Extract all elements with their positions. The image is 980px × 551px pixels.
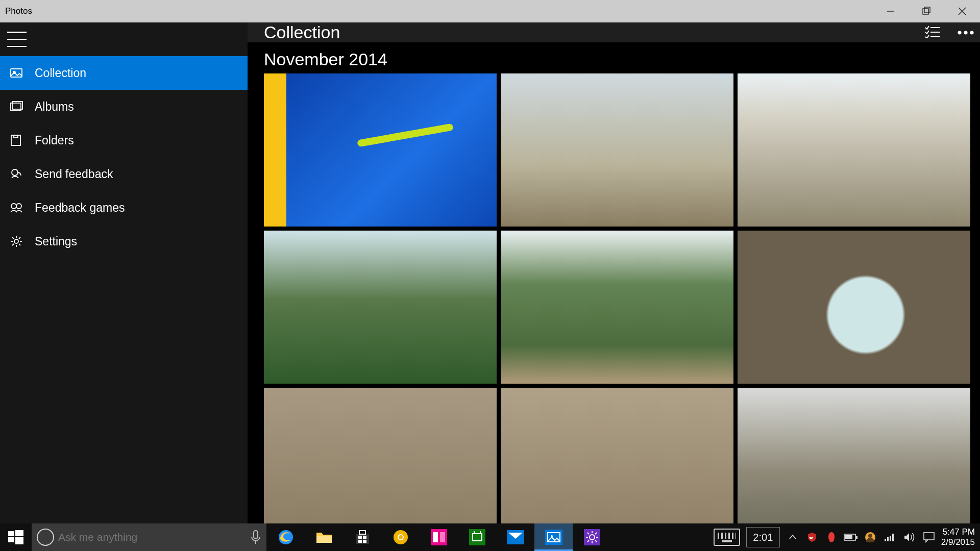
taskbar-app-xbox[interactable] [458,523,496,551]
taskbar-app-chrome-canary[interactable] [381,523,420,551]
svg-rect-51 [845,535,852,539]
microphone-icon[interactable] [250,530,261,545]
hamburger-row [0,22,248,56]
svg-rect-23 [8,537,14,542]
clock-date: 2/9/2015 [941,537,975,547]
sidebar: Collection Albums Folders Send feedback … [0,22,248,523]
svg-rect-10 [14,135,18,138]
xbox-icon [469,529,486,546]
folders-icon [9,133,23,147]
svg-point-13 [16,204,21,209]
svg-rect-50 [856,536,857,539]
svg-rect-58 [924,533,934,540]
sidebar-item-label: Settings [35,235,77,248]
main-pane: Collection November 2014 [248,22,980,523]
photo-thumbnail[interactable] [501,388,733,541]
taskbar-app-mail[interactable] [496,523,534,551]
sidebar-item-label: Feedback games [35,201,125,215]
edge-icon [277,529,295,546]
taskbar-app-settings[interactable] [573,523,611,551]
photos-icon [545,529,562,546]
taskbar-app-photos[interactable] [534,523,573,551]
sidebar-item-collection[interactable]: Collection [0,56,248,90]
svg-point-37 [399,535,403,539]
clock-time: 5:47 PM [941,527,975,537]
settings-app-icon [583,529,601,546]
taskbar-clock[interactable]: 5:47 PM 2/9/2015 [939,527,980,547]
photo-thumbnail[interactable] [264,388,497,541]
svg-rect-9 [11,135,20,145]
sidebar-item-label: Send feedback [35,167,113,181]
taskbar-pins [266,523,611,551]
cortana-search[interactable] [32,523,266,551]
close-button[interactable] [944,0,980,22]
svg-point-20 [970,31,973,34]
minimize-button[interactable] [873,0,909,22]
taskbar-app-pink[interactable] [420,523,458,551]
albums-icon [9,99,23,114]
svg-rect-28 [316,536,332,543]
select-mode-icon[interactable] [924,25,940,40]
system-tray: 2:01 5:47 PM 2/9/2015 [710,523,980,551]
photo-thumbnail[interactable] [738,388,970,541]
content-header: Collection [248,22,980,42]
photo-thumbnail[interactable] [501,231,733,384]
action-center-icon[interactable] [919,523,939,551]
group-title[interactable]: November 2014 [248,42,980,73]
photo-thumbnail[interactable] [738,73,970,227]
svg-rect-5 [11,69,22,77]
header-actions [924,25,974,40]
on-screen-keyboard-icon[interactable] [714,529,740,546]
security-icon[interactable] [802,523,822,551]
svg-rect-55 [887,537,889,541]
taskbar-app-store[interactable] [343,523,381,551]
sidebar-item-label: Albums [35,100,74,114]
sidebar-item-label: Folders [35,134,74,147]
battery-icon[interactable] [841,523,861,551]
network-icon[interactable] [880,523,899,551]
sidebar-item-settings[interactable]: Settings [0,224,248,258]
svg-rect-30 [359,531,365,534]
collection-icon [9,66,23,80]
svg-rect-21 [8,531,14,536]
photo-thumbnail[interactable] [264,73,497,227]
svg-rect-25 [254,531,258,539]
tray-overflow-icon[interactable] [783,523,802,551]
svg-point-14 [14,239,18,243]
svg-rect-31 [358,536,362,539]
photo-thumbnail[interactable] [738,231,970,384]
window-controls [873,0,980,22]
sidebar-item-folders[interactable]: Folders [0,123,248,157]
taskbar-app-file-explorer[interactable] [305,523,343,551]
tray-user-icon[interactable] [861,523,880,551]
svg-rect-56 [890,536,891,541]
svg-point-53 [868,534,872,538]
svg-rect-1 [923,9,928,14]
sidebar-item-label: Collection [35,66,86,80]
svg-point-12 [11,204,16,209]
photo-thumbnail[interactable] [501,73,733,227]
sidebar-item-send-feedback[interactable]: Send feedback [0,157,248,191]
feedback-games-icon [9,201,23,215]
tray-timer[interactable]: 2:01 [746,527,780,547]
svg-rect-54 [885,539,886,541]
sidebar-item-feedback-games[interactable]: Feedback games [0,191,248,224]
feedback-icon [9,167,23,181]
sidebar-item-albums[interactable]: Albums [0,90,248,123]
search-input[interactable] [58,531,246,543]
maximize-button[interactable] [909,0,944,22]
store-icon [354,529,371,546]
svg-rect-32 [363,536,366,539]
page-title: Collection [264,22,340,42]
taskbar: 2:01 5:47 PM 2/9/2015 [0,523,980,551]
start-button[interactable] [0,523,32,551]
svg-rect-2 [924,7,930,13]
svg-rect-33 [358,540,362,543]
taskbar-app-edge[interactable] [266,523,305,551]
volume-icon[interactable] [899,523,919,551]
photo-thumbnail[interactable] [264,231,497,384]
tray-app-icon[interactable] [822,523,841,551]
settings-icon [9,234,23,248]
more-icon[interactable] [957,28,974,37]
hamburger-button[interactable] [7,32,27,47]
